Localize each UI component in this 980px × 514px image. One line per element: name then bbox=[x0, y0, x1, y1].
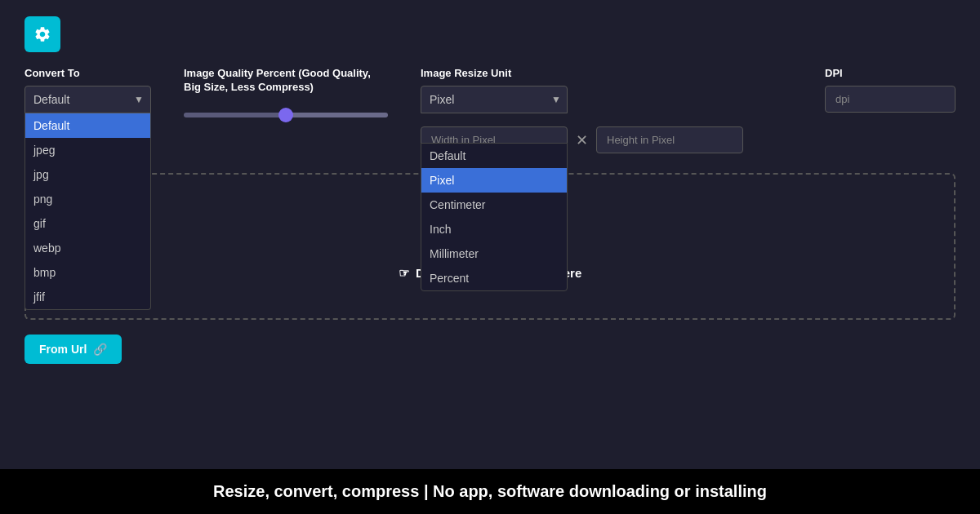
quality-slider-container bbox=[184, 106, 388, 121]
convert-option-webp[interactable]: webp bbox=[25, 236, 150, 260]
resize-unit-select-wrapper: Pixel ▼ Default Pixel Centimeter Inch Mi… bbox=[421, 86, 568, 113]
gear-icon bbox=[33, 25, 51, 43]
footer-text: Resize, convert, compress | No app, soft… bbox=[213, 482, 767, 500]
convert-option-default[interactable]: Default bbox=[25, 113, 150, 138]
chevron-down-icon: ▼ bbox=[134, 94, 144, 105]
unit-option-default[interactable]: Default bbox=[421, 144, 567, 168]
convert-option-gif[interactable]: gif bbox=[25, 211, 150, 236]
resize-unit-select[interactable]: Pixel ▼ bbox=[421, 86, 568, 113]
dpi-input[interactable] bbox=[825, 86, 956, 113]
footer-banner: Resize, convert, compress | No app, soft… bbox=[0, 469, 980, 514]
convert-to-dropdown: Default jpeg jpg png gif webp bmp jfif bbox=[24, 113, 151, 310]
quality-slider[interactable] bbox=[184, 113, 388, 117]
hand-icon: ☞ bbox=[399, 266, 409, 280]
resize-unit-value: Pixel bbox=[430, 93, 454, 106]
resize-unit-label: Image Resize Unit bbox=[421, 67, 568, 79]
times-icon: ✕ bbox=[576, 131, 588, 149]
convert-option-jfif[interactable]: jfif bbox=[25, 285, 150, 309]
convert-to-group: Convert To Default ▼ Default jpeg jpg pn… bbox=[24, 67, 151, 113]
convert-option-png[interactable]: png bbox=[25, 187, 150, 211]
convert-to-label: Convert To bbox=[24, 67, 151, 79]
unit-option-percent[interactable]: Percent bbox=[421, 266, 567, 290]
from-url-label: From Url bbox=[39, 343, 87, 356]
convert-option-jpeg[interactable]: jpeg bbox=[25, 138, 150, 162]
resize-unit-group: Image Resize Unit Pixel ▼ Default Pixel … bbox=[421, 67, 568, 153]
dpi-group: DPI bbox=[825, 67, 956, 113]
height-input[interactable] bbox=[596, 126, 743, 153]
quality-label: Image Quality Percent (Good Quality, Big… bbox=[184, 67, 388, 95]
dpi-label: DPI bbox=[825, 67, 956, 79]
convert-to-value: Default bbox=[33, 93, 69, 106]
quality-group: Image Quality Percent (Good Quality, Big… bbox=[184, 67, 388, 121]
controls-row: Convert To Default ▼ Default jpeg jpg pn… bbox=[24, 67, 956, 153]
resize-unit-dropdown: Default Pixel Centimeter Inch Millimeter… bbox=[421, 143, 568, 291]
main-area: Convert To Default ▼ Default jpeg jpg pn… bbox=[0, 0, 980, 469]
convert-to-select[interactable]: Default ▼ bbox=[24, 86, 151, 113]
convert-option-bmp[interactable]: bmp bbox=[25, 260, 150, 285]
settings-button[interactable] bbox=[24, 16, 60, 52]
unit-option-pixel[interactable]: Pixel bbox=[421, 168, 567, 193]
convert-to-select-wrapper: Default ▼ Default jpeg jpg png gif webp … bbox=[24, 86, 151, 113]
unit-option-centimeter[interactable]: Centimeter bbox=[421, 193, 567, 217]
link-icon: 🔗 bbox=[93, 343, 107, 356]
convert-option-jpg[interactable]: jpg bbox=[25, 162, 150, 187]
unit-option-inch[interactable]: Inch bbox=[421, 217, 567, 241]
unit-option-millimeter[interactable]: Millimeter bbox=[421, 241, 567, 266]
from-url-button[interactable]: From Url 🔗 bbox=[24, 335, 122, 364]
chevron-down-icon-2: ▼ bbox=[551, 94, 561, 105]
